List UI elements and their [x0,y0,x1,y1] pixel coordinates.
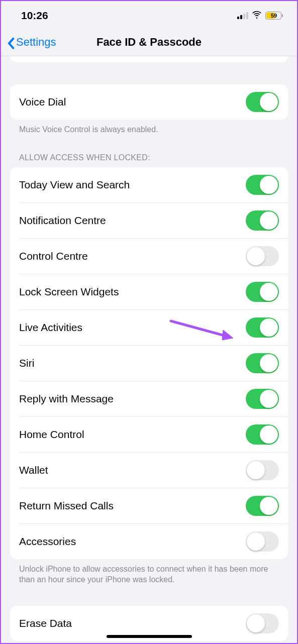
toggle-notification-centre[interactable] [246,210,279,231]
previous-section-stub [10,56,288,62]
row-reply-with-message: Reply with Message [19,381,288,416]
voice-dial-label: Voice Dial [19,96,66,108]
toggle-return-missed-calls[interactable] [246,496,279,516]
row-return-missed-calls: Return Missed Calls [19,488,288,523]
row-lock-screen-widgets: Lock Screen Widgets [19,274,288,309]
toggle-reply-with-message[interactable] [246,389,279,409]
label-reply-with-message: Reply with Message [19,393,114,405]
status-indicators: 59 [237,10,283,22]
row-siri: Siri [19,345,288,381]
toggle-home-control[interactable] [246,424,279,445]
row-wallet: Wallet [19,452,288,488]
row-notification-centre: Notification Centre [19,202,288,238]
erase-data-label: Erase Data [19,617,72,629]
label-live-activities: Live Activities [19,321,82,334]
wifi-icon [252,10,262,22]
toggle-today-view-and-search[interactable] [246,175,279,195]
label-control-centre: Control Centre [19,250,88,262]
allow-access-section: Today View and SearchNotification Centre… [10,167,288,559]
label-lock-screen-widgets: Lock Screen Widgets [19,286,119,298]
row-live-activities: Live Activities [19,309,288,345]
allow-access-header: ALLOW ACCESS WHEN LOCKED: [10,135,288,167]
voice-dial-footer: Music Voice Control is always enabled. [10,120,288,135]
label-today-view-and-search: Today View and Search [19,179,130,191]
label-return-missed-calls: Return Missed Calls [19,500,114,512]
toggle-lock-screen-widgets[interactable] [246,282,279,302]
toggle-control-centre[interactable] [246,246,279,266]
label-accessories: Accessories [19,535,76,548]
toggle-wallet[interactable] [246,460,279,480]
cellular-signal-icon [237,12,248,19]
back-button[interactable]: Settings [7,36,56,49]
back-label: Settings [16,36,56,49]
row-accessories: Accessories [19,523,288,559]
status-bar: 10:26 59 [1,1,297,28]
label-siri: Siri [19,357,34,369]
home-indicator[interactable] [107,635,192,638]
label-notification-centre: Notification Centre [19,214,106,227]
toggle-siri[interactable] [246,353,279,373]
voice-dial-row: Voice Dial [10,84,288,120]
voice-dial-section: Voice Dial [10,84,288,120]
navigation-bar: Settings Face ID & Passcode [1,28,297,56]
row-today-view-and-search: Today View and Search [10,167,288,202]
allow-access-footer: Unlock iPhone to allow accessories to co… [10,559,288,585]
battery-indicator: 59 [265,12,283,20]
page-title: Face ID & Passcode [96,36,202,49]
label-home-control: Home Control [19,428,84,441]
row-control-centre: Control Centre [19,238,288,274]
row-home-control: Home Control [19,416,288,452]
erase-data-toggle[interactable] [246,613,279,633]
toggle-accessories[interactable] [246,531,279,552]
status-time: 10:26 [21,10,48,22]
label-wallet: Wallet [19,464,48,476]
toggle-live-activities[interactable] [246,317,279,338]
chevron-left-icon [7,37,15,48]
voice-dial-toggle[interactable] [246,92,279,112]
